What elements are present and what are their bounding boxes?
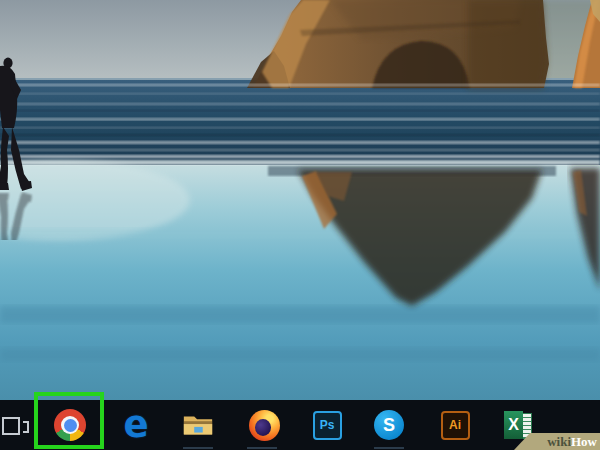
taskbar-firefox-button[interactable] xyxy=(246,407,282,443)
running-indicator-skype xyxy=(374,447,404,449)
running-indicator-file-explorer xyxy=(183,447,213,449)
taskbar-illustrator-button[interactable]: Ai xyxy=(437,407,473,443)
task-view-icon-tab xyxy=(23,421,29,433)
firefox-icon-core xyxy=(255,419,271,436)
excel-icon-x: X xyxy=(504,411,523,439)
wikihow-watermark-wiki: wiki xyxy=(547,433,571,450)
firefox-icon xyxy=(249,410,280,441)
running-indicator-firefox xyxy=(247,447,277,449)
edge-icon: e xyxy=(123,408,148,442)
rock-formation-main xyxy=(247,0,549,88)
folder-icon xyxy=(181,408,215,442)
task-view-icon xyxy=(2,417,20,435)
photoshop-icon: Ps xyxy=(313,411,342,440)
desktop: e Ps S Ai X wiki xyxy=(0,0,600,450)
taskbar-edge-button[interactable]: e xyxy=(118,407,154,443)
taskbar-file-explorer-button[interactable] xyxy=(180,407,216,443)
illustrator-icon: Ai xyxy=(441,411,470,440)
taskbar-skype-button[interactable]: S xyxy=(371,407,407,443)
wallpaper-beach-scene xyxy=(0,0,600,400)
wikihow-watermark-how: How xyxy=(571,433,597,450)
skype-icon: S xyxy=(374,410,404,440)
chrome-highlight-box xyxy=(34,392,104,449)
taskbar-photoshop-button[interactable]: Ps xyxy=(309,407,345,443)
